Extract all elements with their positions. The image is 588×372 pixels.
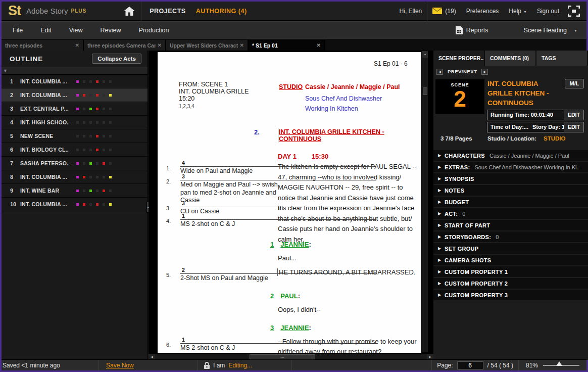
tag-dot [96,80,99,83]
nav-authoring[interactable]: AUTHORING (4) [194,2,255,21]
outline-scene-row[interactable]: 5NEW SCENE [2,129,148,143]
edit-running-time-button[interactable]: EDIT [564,110,584,120]
document-tab-label: Upper West Siders Character ... [170,42,238,49]
close-icon[interactable]: ✕ [158,42,162,48]
tab-comments-0[interactable]: COMMENTS (0) [485,51,536,66]
tag-dot [76,190,79,192]
tab-scene-proper[interactable]: SCENE PROPER... [433,51,485,66]
outline-scene-row[interactable]: 4INT. HIGH SCHOO... [2,116,148,129]
editing-status: I am Editing... [198,362,291,369]
reports-button[interactable]: Reports [456,26,488,34]
accordion-row-start-of-part[interactable]: ▶START OF PART [433,220,588,230]
help-menu[interactable]: Help▼ [509,8,527,15]
accordion-row-camera-shots[interactable]: ▶CAMERA SHOTS [433,255,588,265]
next-scene-button[interactable]: ▶ [481,69,488,75]
accordion-row-custom-property-3[interactable]: ▶CUSTOM PROPERTY 3 [433,290,588,300]
page-header-label: S1 Ep 01 - 6 [374,60,408,67]
dialogue-character[interactable]: 2PAUL: [270,292,300,300]
fullscreen-button[interactable] [566,5,581,18]
tag-dot [103,162,105,165]
camera-shot-note[interactable]: 1MS 2-shot on C & J [180,213,376,228]
accordion-row-notes[interactable]: ▶NOTES [433,185,588,196]
outline-scene-row[interactable]: 2INT. COLUMBIA ... [2,88,148,102]
sign-out-link[interactable]: Sign out [537,8,559,15]
accordion-row-custom-property-2[interactable]: ▶CUSTOM PROPERTY 2 [433,278,588,289]
tag-dot [103,190,105,192]
menu-edit[interactable]: Edit [34,27,58,34]
menu-bar: FileEditViewReviewProduction Reports Sce… [2,21,586,39]
document-tab[interactable]: three episodes Camera Cards 1✕ [84,40,166,51]
accordion-row-synopsis[interactable]: ▶SYNOPSIS [433,173,588,184]
document-tab[interactable]: Upper West Siders Character ...✕ [166,40,249,51]
outline-scene-number: 7 [2,160,20,166]
outline-scene-tags [76,176,112,178]
dialogue-line[interactable]: Oops, I didn't-- [278,305,421,315]
dialogue-line[interactable]: Paul... [278,253,421,263]
status-bar: Saved <1 minute ago Save Now I am Editin… [2,359,586,370]
page-label: Page: [437,362,453,369]
dialogue-character[interactable]: 1JEANNIE: [270,241,311,248]
close-icon[interactable]: ✕ [317,42,321,48]
accordion-row-storyboards[interactable]: ▶STORYBOARDS:0 [433,231,588,242]
preferences-link[interactable]: Preferences [466,8,499,15]
accordion-row-budget[interactable]: ▶BUDGET [433,197,588,207]
triangle-right-icon: ▶ [438,223,445,227]
zoom-slider-thumb[interactable] [556,361,562,366]
save-now-link[interactable]: Save Now [106,362,134,369]
outline-scene-row[interactable]: 8INT. COLUMBIA ... [2,170,148,184]
document-tab[interactable]: three episodes✕ [2,40,84,51]
outline-scene-row[interactable]: 10INT. COLUMBIA ... [2,198,148,211]
prev-next-label: PREV/NEXT [448,69,477,74]
messages-button[interactable]: (19) [432,8,456,15]
scene-number-card: SCENE 2 [435,79,484,114]
act-disclosure-row[interactable]: ▼ [2,67,148,75]
menu-view[interactable]: View [63,27,89,34]
accordion-row-set-group[interactable]: ▶SET GROUP [433,243,588,254]
user-greeting: Hi, Ellen [400,8,422,15]
tag-dot [103,135,105,137]
scroll-up-button[interactable]: ▲ [422,51,428,58]
scene-heading[interactable]: INT. COLUMBIA GRILLE KITCHEN - CONTINUOU… [278,128,421,143]
element-type-dropdown[interactable]: Scene Heading ▼ [524,27,577,34]
outline-scene-row[interactable]: 1INT. COLUMBIA ... [2,75,148,88]
home-button[interactable] [118,2,141,21]
menu-production[interactable]: Production [132,27,176,34]
scrollbar-thumb[interactable]: ▪▪▪ [250,354,315,359]
triangle-right-icon: ▶ [438,293,445,297]
camera-shot-note[interactable]: 4Wide on Paul and Maggie [180,160,376,175]
chevron-down-icon: ▼ [574,29,577,32]
close-icon[interactable]: ✕ [75,42,79,48]
accordion-row-characters[interactable]: ▶CHARACTERSCassie / Jeannie / Maggie / P… [433,150,588,161]
outline-scene-row[interactable]: 9INT. WINE BAR [2,184,148,198]
outline-scene-row[interactable]: 7SASHA PETERSO... [2,157,148,170]
accordion-row-extras[interactable]: ▶EXTRAS:Sous Chef And Dishwasher Working… [433,162,588,172]
menu-review[interactable]: Review [94,27,128,34]
collapse-acts-button[interactable]: Collapse Acts [92,54,141,64]
prev-scene-button[interactable]: ◀ [436,69,443,75]
outline-scene-row[interactable]: 3EXT. CENTRAL P... [2,102,148,116]
document-tab[interactable]: * S1 Ep 01✕ [249,40,325,51]
nav-projects[interactable]: PROJECTS [141,2,193,21]
edit-time-of-day-button[interactable]: EDIT [564,122,584,132]
close-icon[interactable]: ✕ [240,42,244,48]
accordion-label: NOTES [445,188,464,194]
script-page[interactable]: S1 Ep 01 - 6 FROM: SCENE 1 INT. COLUMBIA… [158,52,421,353]
outline-scene-title: NEW SCENE [20,133,69,139]
ml-button[interactable]: M/L [565,79,584,88]
accordion-row-act[interactable]: ▶ACT:0 [433,208,588,219]
tag-dot [96,203,99,206]
vertical-scrollbar[interactable]: ▲ [422,51,428,353]
menu-file[interactable]: File [6,27,29,34]
tab-tags[interactable]: TAGS [536,51,588,66]
triangle-down-icon: ▼ [3,68,8,73]
dialogue-line[interactable]: --Follow through with your promise to ke… [278,337,421,353]
zoom-slider[interactable] [543,365,579,366]
outline-scene-number: 5 [2,133,20,139]
stage-direction[interactable]: HE TURNS AROUND, A BIT EMBARRASSED. [277,268,415,276]
accordion-row-custom-property-1[interactable]: ▶CUSTOM PROPERTY 1 [433,266,588,277]
page-number-input[interactable] [457,361,483,369]
scrollbar-thumb[interactable] [423,87,427,95]
accordion-label: CUSTOM PROPERTY 2 [445,281,508,287]
dialogue-character[interactable]: 3JEANNIE: [270,324,311,332]
outline-scene-row[interactable]: 6INT. BIOLOGY CL... [2,143,148,157]
